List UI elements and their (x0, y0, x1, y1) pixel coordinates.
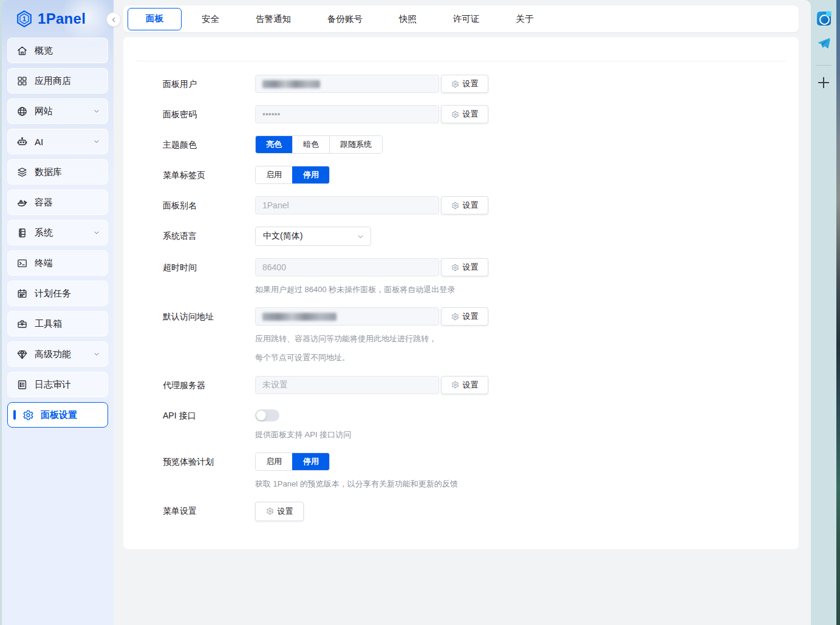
panel-alias-value: 1Panel (262, 200, 289, 210)
field-control-preview-program: 启用停用获取 1Panel 的预览版本，以分享有关新功能和更新的反馈 (255, 453, 799, 490)
chevron-down-icon (93, 350, 100, 358)
sidebar-item-label: AI (35, 137, 43, 147)
brand-logo-icon: 1 (15, 10, 33, 28)
plus-icon[interactable] (818, 77, 830, 89)
form-row-menu-settings: 菜单设置设置 (163, 502, 799, 521)
proxy-server-input[interactable]: 未设置 (255, 376, 439, 394)
proxy-server-value: 未设置 (262, 380, 288, 391)
telegram-icon[interactable] (817, 36, 831, 50)
gear-icon (22, 409, 34, 421)
panel-user-set-button[interactable]: 设置 (441, 75, 488, 93)
tab-面板[interactable]: 面板 (128, 8, 182, 30)
panel-alias-input[interactable]: 1Panel (255, 196, 439, 214)
sidebar-item-label: 工具箱 (35, 318, 62, 330)
tab-快照[interactable]: 快照 (381, 5, 435, 32)
sidebar-collapse-button[interactable] (106, 12, 121, 27)
chevron-down-icon (93, 229, 100, 236)
form-row-panel-user: 面板用户设置 (163, 75, 799, 93)
sidebar-item-容器[interactable]: 容器 (7, 190, 108, 215)
gem-icon (16, 349, 28, 360)
sidebar-item-工具箱[interactable]: 工具箱 (7, 311, 108, 336)
svg-text:1: 1 (22, 15, 26, 22)
default-access-address-help-0: 应用跳转、容器访问等功能将使用此地址进行跳转， (255, 333, 799, 344)
chevron-down-icon (93, 108, 100, 115)
sidebar-item-日志审计[interactable]: 日志审计 (7, 372, 108, 397)
sidebar-item-计划任务[interactable]: 计划任务 (7, 281, 108, 306)
tab-关于[interactable]: 关于 (498, 5, 552, 32)
field-control-api-interface: 提供面板支持 API 接口访问 (255, 406, 799, 440)
panel-user-input[interactable] (255, 75, 439, 93)
tab-许可证[interactable]: 许可证 (435, 5, 498, 32)
outlook-icon[interactable] (817, 12, 831, 26)
logo[interactable]: 1 1Panel (7, 7, 108, 38)
field-label-menu-tabs: 菜单标签页 (163, 166, 255, 184)
theme-color-option-跟随系统[interactable]: 跟随系统 (329, 136, 382, 153)
menu-tabs-option-启用[interactable]: 启用 (256, 166, 292, 183)
sidebar-item-label: 容器 (35, 197, 53, 208)
timeout-help-0: 如果用户超过 86400 秒未操作面板，面板将自动退出登录 (255, 284, 799, 295)
set-button-label: 设置 (463, 311, 479, 322)
desktop-wallpaper-edge (836, 0, 840, 625)
sidebar-item-应用商店[interactable]: 应用商店 (7, 68, 108, 94)
sidebar-item-label: 应用商店 (35, 75, 71, 87)
globe-icon (16, 106, 28, 117)
timeout-input[interactable]: 86400 (255, 258, 439, 276)
set-button-label: 设置 (278, 506, 293, 517)
sidebar-item-概览[interactable]: 概览 (7, 38, 108, 63)
sidebar-item-AI[interactable]: AI (7, 129, 108, 154)
form-row-api-interface: API 接口提供面板支持 API 接口访问 (163, 406, 799, 440)
menu-tabs-option-停用[interactable]: 停用 (292, 166, 329, 183)
proxy-server-set-button[interactable]: 设置 (441, 376, 488, 394)
brand-name: 1Panel (38, 10, 86, 27)
form-row-panel-password: 面板密码••••••设置 (163, 105, 799, 123)
default-access-address-input[interactable] (255, 307, 439, 326)
tab-安全[interactable]: 安全 (183, 5, 237, 32)
chevron-down-icon (93, 138, 100, 145)
form-row-default-access-address: 默认访问地址设置应用跳转、容器访问等功能将使用此地址进行跳转，每个节点可设置不同… (163, 307, 799, 363)
gear-icon (451, 80, 459, 88)
gear-icon (451, 381, 459, 389)
panel-alias-input-group: 1Panel设置 (255, 196, 488, 214)
sidebar-item-label: 网站 (35, 106, 53, 117)
sidebar-item-面板设置[interactable]: 面板设置 (7, 402, 108, 428)
preview-program-help-0: 获取 1Panel 的预览版本，以分享有关新功能和更新的反馈 (255, 479, 799, 490)
theme-color-option-亮色[interactable]: 亮色 (256, 136, 292, 153)
sidebar-item-label: 数据库 (35, 166, 62, 178)
sidebar-item-网站[interactable]: 网站 (7, 98, 108, 124)
toolbox-icon (16, 318, 28, 330)
panel-user-redacted-value (262, 80, 320, 88)
panel-settings-card: 面板用户设置面板密码••••••设置主题颜色亮色暗色跟随系统菜单标签页启用停用面… (123, 37, 799, 549)
field-label-panel-password: 面板密码 (163, 105, 255, 123)
panel-alias-set-button[interactable]: 设置 (441, 196, 488, 214)
theme-color-option-暗色[interactable]: 暗色 (292, 136, 329, 153)
api-interface-toggle[interactable] (255, 409, 279, 422)
tab-备份账号[interactable]: 备份账号 (309, 5, 381, 32)
tab-告警通知[interactable]: 告警通知 (237, 5, 309, 32)
preview-program-option-停用[interactable]: 停用 (292, 453, 329, 470)
sidebar-item-label: 日志审计 (35, 379, 71, 391)
field-label-theme-color: 主题颜色 (163, 135, 255, 154)
sidebar-item-终端[interactable]: 终端 (7, 250, 108, 276)
sidebar-item-label: 高级功能 (35, 349, 71, 360)
form-row-preview-program: 预览体验计划启用停用获取 1Panel 的预览版本，以分享有关新功能和更新的反馈 (163, 453, 799, 490)
default-access-address-redacted-value (262, 313, 336, 321)
menu-settings-set-button[interactable]: 设置 (255, 502, 304, 521)
preview-program-option-启用[interactable]: 启用 (256, 453, 292, 470)
calendar-icon (16, 288, 28, 299)
container-icon (16, 197, 28, 208)
default-access-address-set-button[interactable]: 设置 (441, 307, 488, 326)
timeout-set-button[interactable]: 设置 (441, 258, 488, 276)
field-label-menu-settings: 菜单设置 (163, 502, 255, 521)
sidebar-item-label: 系统 (35, 227, 53, 239)
panel-password-set-button[interactable]: 设置 (441, 105, 488, 123)
form-row-system-language: 系统语言中文(简体) (163, 227, 799, 246)
robot-icon (16, 136, 28, 148)
sidebar-item-系统[interactable]: 系统 (7, 220, 108, 245)
system-language-select[interactable]: 中文(简体) (255, 227, 371, 246)
sidebar-item-高级功能[interactable]: 高级功能 (7, 341, 108, 367)
panel-password-input[interactable]: •••••• (255, 105, 439, 123)
field-label-default-access-address: 默认访问地址 (163, 307, 255, 363)
field-control-default-access-address: 设置应用跳转、容器访问等功能将使用此地址进行跳转，每个节点可设置不同地址。 (255, 307, 799, 363)
appstore-icon (16, 75, 28, 87)
sidebar-item-数据库[interactable]: 数据库 (7, 159, 108, 185)
